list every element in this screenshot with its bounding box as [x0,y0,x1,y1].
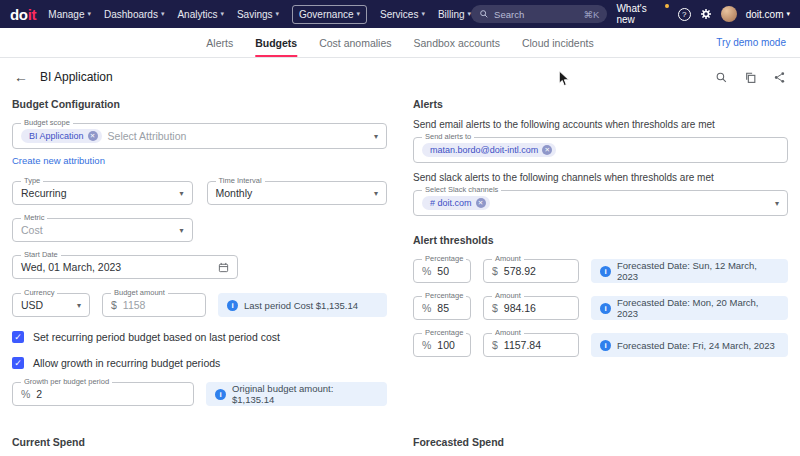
nav-item-savings[interactable]: Savings▾ [237,9,279,20]
threshold-percentage-input[interactable]: Percentage % 85 [413,296,471,320]
info-icon: i [600,266,611,277]
percentage-label: Percentage [422,329,466,337]
type-label: Type [21,177,43,185]
current-spend-heading: Current Spend [12,436,387,448]
threshold-amount-input[interactable]: Amount $ 578.92 [483,259,579,283]
currency-select[interactable]: Currency USD ▾ [12,293,90,317]
nav-item-services[interactable]: Services▾ [380,9,425,20]
tab-budgets[interactable]: Budgets [255,28,297,57]
chevron-down-icon: ▾ [77,301,81,310]
budget-scope-label: Budget scope [21,119,73,127]
start-date-value: Wed, 01 March, 2023 [21,261,121,273]
allow-growth-checkbox-row[interactable]: ✓ Allow growth in recurring budget perio… [12,357,387,369]
slack-alerts-description: Send slack alerts to the following chann… [413,172,788,183]
scope-chip-label: BI Application [29,131,84,142]
tab-sandbox-accounts[interactable]: Sandbox accounts [414,28,500,57]
nav-item-dashboards[interactable]: Dashboards▾ [104,9,164,20]
create-attribution-link[interactable]: Create new attribution [12,155,105,166]
email-alerts-description: Send email alerts to the following accou… [413,119,788,130]
whats-new-link[interactable]: What's new [616,3,668,25]
org-selector[interactable]: doit.com▾ [746,9,790,20]
budget-amount-input[interactable]: Budget amount $ 1158 [102,293,206,317]
email-chip[interactable]: matan.bordo@doit-intl.com✕ [422,143,556,158]
slack-channels-select[interactable]: Select Slack channels # doit.com✕ ▾ [413,190,788,216]
type-select[interactable]: Type Recurring ▾ [12,181,193,205]
nav-item-analytics[interactable]: Analytics▾ [177,9,224,20]
notification-dot [665,4,669,8]
nav-label: Dashboards [104,9,158,20]
recurring-budget-checkbox-row[interactable]: ✓ Set recurring period budget based on l… [12,331,387,343]
logo-text: do [10,6,28,23]
try-demo-mode-link[interactable]: Try demo mode [716,28,786,57]
nav-label: Services [380,9,418,20]
allow-growth-checkbox-label: Allow growth in recurring budget periods [33,357,220,369]
duplicate-icon[interactable] [744,71,757,84]
metric-label: Metric [21,214,47,222]
threshold-percentage-input[interactable]: Percentage % 100 [413,333,471,357]
nav-item-manage[interactable]: Manage▾ [48,9,91,20]
chevron-down-icon: ▾ [775,199,779,208]
chevron-down-icon: ▾ [421,10,425,18]
threshold-amount-value: 578.92 [504,265,536,277]
threshold-amount-input[interactable]: Amount $ 984.16 [483,296,579,320]
search-placeholder: Search [494,9,524,20]
org-label: doit.com [746,9,784,20]
original-budget-info: i Original budget amount: $1,135.14 [206,382,387,406]
checkbox-checked-icon[interactable]: ✓ [12,357,24,369]
start-date-input[interactable]: Start Date Wed, 01 March, 2023 [12,255,238,279]
chip-remove-icon[interactable]: ✕ [542,145,552,155]
chip-remove-icon[interactable]: ✕ [88,131,98,141]
search-icon [479,9,489,19]
email-recipients-input[interactable]: Send alerts to matan.bordo@doit-intl.com… [413,137,788,163]
calendar-icon[interactable] [218,262,229,273]
nav-label: Governance [299,9,353,20]
search-icon[interactable] [715,71,728,84]
chevron-down-icon: ▾ [374,189,378,198]
start-date-label: Start Date [21,251,61,259]
currency-prefix: $ [492,339,498,351]
scope-chip[interactable]: BI Application✕ [21,129,102,144]
budget-scope-select[interactable]: Budget scope BI Application✕ Select Attr… [12,123,387,149]
tab-cost-anomalies[interactable]: Cost anomalies [319,28,391,57]
slack-chip[interactable]: # doit.com✕ [422,196,490,211]
budget-configuration-section: Budget Configuration Budget scope BI App… [12,88,387,406]
whats-new-label: What's new [616,3,663,25]
share-icon[interactable] [773,71,786,84]
help-icon[interactable]: ? [678,8,691,21]
budget-amount-value: 1158 [123,299,146,311]
slack-channels-label: Select Slack channels [422,186,501,194]
back-arrow-icon[interactable]: ← [14,70,28,84]
percentage-label: Percentage [422,292,466,300]
time-interval-select[interactable]: Time Interval Monthly ▾ [207,181,388,205]
nav-item-governance[interactable]: Governance▾ [292,5,367,24]
chip-remove-icon[interactable]: ✕ [476,198,486,208]
nav-item-billing[interactable]: Billing▾ [438,9,471,20]
time-interval-label: Time Interval [216,177,265,185]
threshold-amount-input[interactable]: Amount $ 1157.84 [483,333,579,357]
currency-prefix: $ [492,302,498,314]
logo[interactable]: doit [10,7,36,22]
topnav-right: Search ⌘K What's new ? doit.com▾ [471,3,790,25]
forecasted-date-info: i Forecasted Date: Fri, 24 March, 2023 [591,333,788,357]
tab-cloud-incidents[interactable]: Cloud incidents [522,28,594,57]
growth-per-period-input[interactable]: Growth per budget period % 2 [12,382,194,406]
chevron-down-icon: ▾ [179,226,183,235]
scope-placeholder: Select Attribution [108,130,187,142]
currency-label: Currency [21,289,57,297]
page-actions [715,71,786,84]
currency-prefix: $ [111,299,117,311]
avatar[interactable] [721,6,737,22]
logo-accent: it [28,6,37,23]
metric-select[interactable]: Metric Cost ▾ [12,218,193,242]
settings-gear-icon[interactable] [700,8,712,20]
growth-label: Growth per budget period [21,378,112,386]
threshold-percentage-input[interactable]: Percentage % 50 [413,259,471,283]
nav-label: Manage [48,9,84,20]
info-icon: i [600,340,611,351]
current-spend-section: Current Spend $0$100$200$300$400$500$600… [12,426,387,456]
checkbox-checked-icon[interactable]: ✓ [12,331,24,343]
nav-label: Savings [237,9,273,20]
tab-alerts[interactable]: Alerts [206,28,233,57]
alerts-heading: Alerts [413,98,788,110]
global-search-input[interactable]: Search ⌘K [471,5,607,23]
